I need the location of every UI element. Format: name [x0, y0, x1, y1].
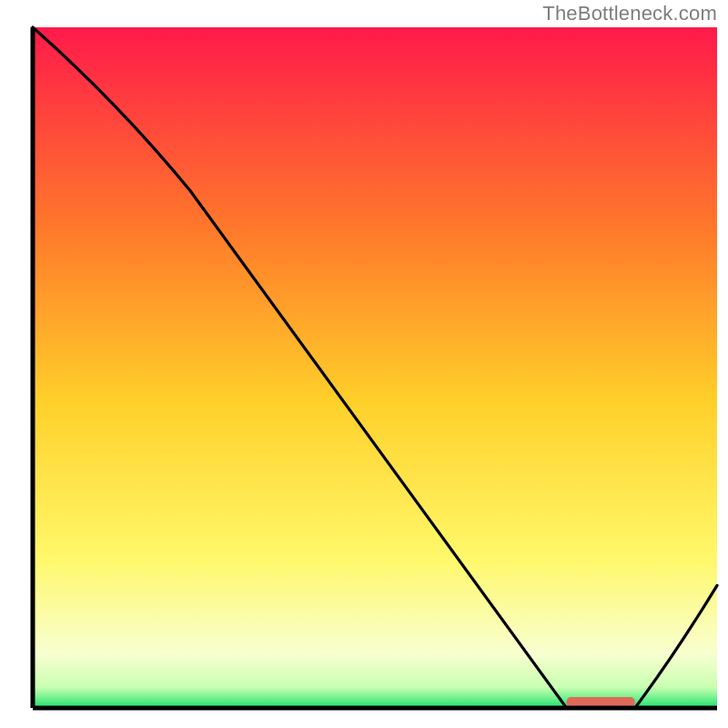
optimal-range-marker [567, 697, 635, 707]
bottleneck-chart [0, 0, 728, 728]
attribution-text: TheBottleneck.com [542, 2, 717, 25]
